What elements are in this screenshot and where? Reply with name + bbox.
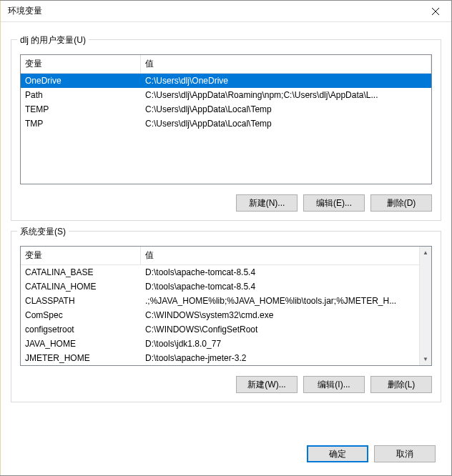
table-row[interactable]: OneDriveC:\Users\dlj\OneDrive [21,74,431,88]
var-name-cell: configsetroot [21,322,141,337]
table-row[interactable]: PathC:\Users\dlj\AppData\Roaming\npm;C:\… [21,88,431,102]
dialog-footer: 确定 取消 [1,434,451,475]
env-vars-dialog: 环境变量 dlj 的用户变量(U) 变量 值 OneDriveC:\Users\… [0,0,452,476]
system-vars-group: 系统变量(S) 变量 值 CATALINA_BASED:\tools\apach… [11,231,441,402]
table-row[interactable]: CLASSPATH.;%JAVA_HOME%lib;%JAVA_HOME%lib… [21,294,431,308]
table-row[interactable]: TMPC:\Users\dlj\AppData\Local\Temp [21,116,431,131]
system-edit-button[interactable]: 编辑(I)... [303,376,365,393]
system-rows: CATALINA_BASED:\tools\apache-tomcat-8.5.… [21,265,431,365]
var-value-cell: C:\WINDOWS\system32\cmd.exe [141,308,431,322]
table-row[interactable]: TEMPC:\Users\dlj\AppData\Local\Temp [21,102,431,116]
var-value-cell: D:\tools\jdk1.8.0_77 [141,337,431,351]
table-row[interactable]: JMETER_HOMED:\tools\apache-jmeter-3.2 [21,351,431,365]
var-name-cell: OneDrive [21,74,141,88]
cancel-button[interactable]: 取消 [374,445,436,462]
scrollbar[interactable]: ▲ ▼ [419,247,431,365]
var-value-cell: D:\tools\apache-tomcat-8.5.4 [141,279,431,294]
table-row[interactable]: ComSpecC:\WINDOWS\system32\cmd.exe [21,308,431,322]
system-vars-list[interactable]: 变量 值 CATALINA_BASED:\tools\apache-tomcat… [20,246,432,366]
close-icon [432,8,439,15]
user-rows: OneDriveC:\Users\dlj\OneDrivePathC:\User… [21,74,431,131]
var-value-cell: C:\Users\dlj\OneDrive [141,74,431,88]
user-button-row: 新建(N)... 编辑(E)... 删除(D) [20,194,432,212]
system-button-row: 新建(W)... 编辑(I)... 删除(L) [20,376,432,393]
col-header-value[interactable]: 值 [141,55,431,73]
var-value-cell: D:\tools\apache-tomcat-8.5.4 [141,265,431,279]
var-name-cell: CATALINA_HOME [21,279,141,294]
user-delete-button[interactable]: 删除(D) [370,194,432,212]
system-new-button[interactable]: 新建(W)... [236,376,298,393]
user-vars-list[interactable]: 变量 值 OneDriveC:\Users\dlj\OneDrivePathC:… [20,54,432,184]
table-row[interactable]: JAVA_HOMED:\tools\jdk1.8.0_77 [21,337,431,351]
close-button[interactable] [419,1,451,22]
var-name-cell: ComSpec [21,308,141,322]
var-value-cell: C:\Users\dlj\AppData\Local\Temp [141,116,431,131]
var-name-cell: Path [21,88,141,102]
var-name-cell: TMP [21,116,141,131]
var-name-cell: CLASSPATH [21,294,141,308]
system-delete-button[interactable]: 删除(L) [370,376,432,393]
table-row[interactable]: configsetrootC:\WINDOWS\ConfigSetRoot [21,322,431,337]
table-row[interactable]: CATALINA_HOMED:\tools\apache-tomcat-8.5.… [21,279,431,294]
window-title: 环境变量 [8,5,42,17]
col-header-name[interactable]: 变量 [21,55,141,73]
var-name-cell: JAVA_HOME [21,337,141,351]
user-vars-group: dlj 的用户变量(U) 变量 值 OneDriveC:\Users\dlj\O… [11,39,441,221]
var-name-cell: TEMP [21,102,141,116]
user-vars-label: dlj 的用户变量(U) [17,34,89,46]
scroll-down-icon[interactable]: ▼ [420,353,431,365]
scroll-up-icon[interactable]: ▲ [420,247,431,259]
var-value-cell: .;%JAVA_HOME%lib;%JAVA_HOME%lib\tools.ja… [141,294,431,308]
window-edge [0,1,1,475]
var-value-cell: C:\WINDOWS\ConfigSetRoot [141,322,431,337]
user-edit-button[interactable]: 编辑(E)... [303,194,365,212]
table-row[interactable]: CATALINA_BASED:\tools\apache-tomcat-8.5.… [21,265,431,279]
dialog-body: dlj 的用户变量(U) 变量 值 OneDriveC:\Users\dlj\O… [1,22,451,434]
ok-button[interactable]: 确定 [307,445,368,462]
col-header-name[interactable]: 变量 [21,247,141,264]
var-name-cell: JMETER_HOME [21,351,141,365]
col-header-value[interactable]: 值 [141,247,431,264]
var-value-cell: C:\Users\dlj\AppData\Roaming\npm;C:\User… [141,88,431,102]
var-value-cell: C:\Users\dlj\AppData\Local\Temp [141,102,431,116]
var-name-cell: CATALINA_BASE [21,265,141,279]
system-vars-label: 系统变量(S) [17,226,69,238]
titlebar: 环境变量 [1,1,451,22]
list-header[interactable]: 变量 值 [21,55,431,74]
var-value-cell: D:\tools\apache-jmeter-3.2 [141,351,431,365]
user-new-button[interactable]: 新建(N)... [236,194,298,212]
list-header[interactable]: 变量 值 [21,247,431,265]
